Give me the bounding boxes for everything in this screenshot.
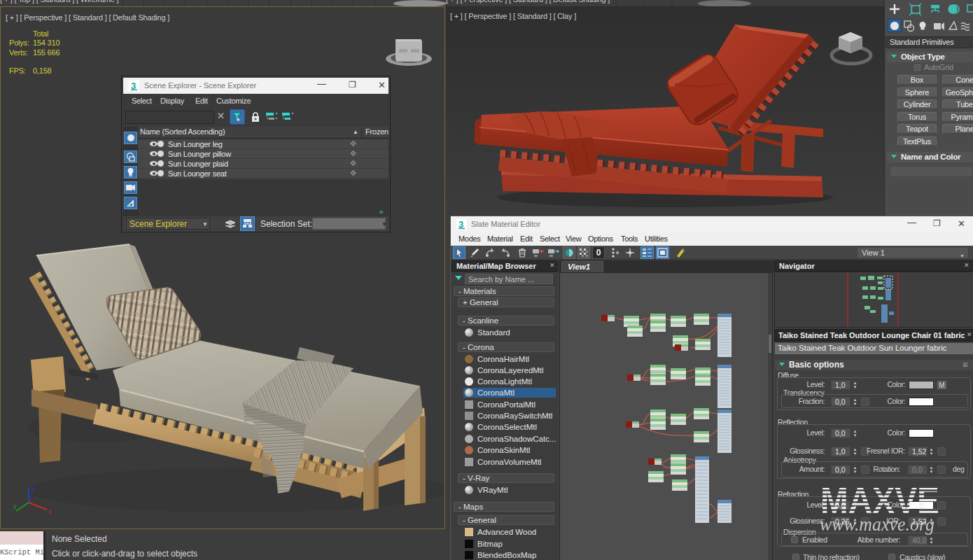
svg-text:z: z bbox=[31, 486, 35, 493]
svg-text:x: x bbox=[48, 508, 52, 515]
svg-text:y: y bbox=[13, 503, 17, 510]
svg-text:www.maxve.org: www.maxve.org bbox=[820, 514, 934, 535]
